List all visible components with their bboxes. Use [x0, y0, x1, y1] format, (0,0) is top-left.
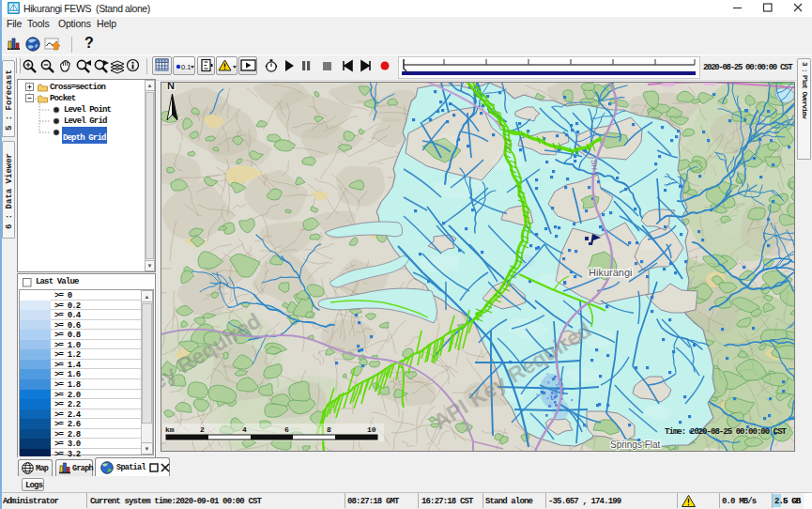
- svg-text:2: 2: [200, 425, 205, 434]
- svg-text:10: 10: [367, 425, 376, 434]
- svg-text:Hikurangi: Hikurangi: [589, 267, 632, 278]
- svg-text:Time: 2020-08-25 00:00:00 CST: Time: 2020-08-25 00:00:00 CST: [665, 427, 788, 437]
- svg-text:0.1: 0.1: [181, 63, 191, 71]
- svg-text:km: km: [165, 425, 175, 434]
- svg-text:N: N: [167, 82, 175, 91]
- svg-text:8: 8: [327, 425, 331, 434]
- svg-text:SH 1: SH 1: [590, 160, 599, 177]
- svg-text:6: 6: [284, 425, 289, 434]
- svg-text:Springs Flat: Springs Flat: [610, 440, 661, 450]
- svg-text:4: 4: [242, 425, 247, 434]
